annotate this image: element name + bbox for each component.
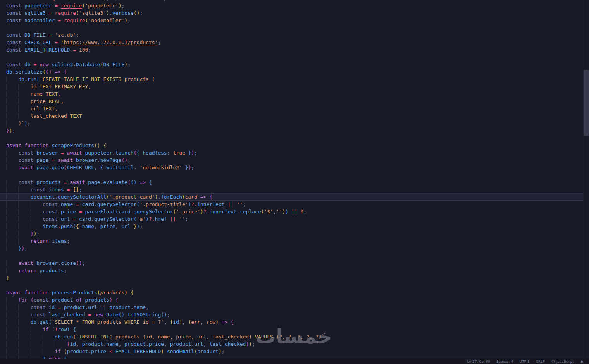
code-token [31,216,43,222]
code-token: = [55,39,58,45]
code-token: ; [12,128,16,134]
code-token [21,39,24,45]
code-token: items [52,238,67,244]
code-token: , [94,165,97,170]
code-token [6,216,18,222]
code-token [82,209,85,215]
code-token: = [88,312,91,318]
code-token [6,297,18,303]
code-token [79,341,82,347]
code-token: } [185,165,188,170]
code-token: url [88,304,97,310]
code-token: } [134,223,137,229]
code-token: . [55,194,58,200]
code-token: sendEmail [167,349,194,354]
code-token [58,39,61,45]
code-token: || [170,216,176,222]
code-token: err [191,319,200,325]
code-token [131,223,134,229]
code-token: await [70,179,85,185]
code-token [197,194,200,200]
vertical-scrollbar-thumb[interactable] [584,70,589,136]
code-token: sqlite3 [52,62,73,67]
code-token [18,312,30,318]
code-line: const id = product.url || product.name; [0,304,583,311]
code-token: items [49,187,64,192]
code-token: products ( [121,76,155,82]
code-token: const [33,297,48,303]
code-token [18,319,30,325]
code-token [43,341,55,347]
code-token: require [61,3,82,9]
code-token: 100 [79,47,88,53]
status-cursor-position[interactable]: Ln 27, Col 60 [467,358,490,364]
code-token: products [85,297,110,303]
code-token [31,223,43,229]
bell-icon[interactable] [580,360,584,364]
status-language[interactable]: {} JavaScript [551,358,574,364]
status-encoding[interactable]: UTF-8 [520,358,530,364]
code-line: name TEXT, [0,90,583,98]
code-token: Database [76,62,100,67]
code-token: : [167,150,170,156]
code-token [18,216,30,222]
code-token: const [43,209,58,215]
code-token: * [73,319,82,325]
code-token: product [52,297,73,303]
code-token: ( [76,10,79,16]
code-token: processProducts [52,290,97,295]
code-token [6,341,18,347]
status-indentation[interactable]: Spaces: 4 [496,358,513,364]
code-token [6,91,18,97]
code-token: products (id, name, price, url, last_che… [112,334,255,340]
code-token: () [131,179,137,185]
code-token: = [76,201,79,207]
code-token [6,268,18,273]
code-token: ; [191,165,195,170]
code-line: const name = card.querySelector('.produc… [0,201,583,208]
code-token: const [6,32,21,38]
code-token: '' [179,216,185,222]
code-token: = [40,0,43,1]
vertical-scrollbar[interactable] [583,0,589,359]
code-line: }); [0,127,583,134]
code-token [64,187,67,192]
code-token: ( [188,319,191,325]
code-token [6,209,18,215]
code-token: '$' [264,209,273,215]
code-token: ?. [191,201,197,207]
code-token: ; [106,0,109,1]
code-token: WHERE [124,319,140,325]
code-token: } [6,275,9,281]
code-token: items [43,223,58,229]
code-token [6,165,18,170]
code-token: card [82,201,94,207]
code-token: { [73,326,76,332]
code-token [76,47,79,53]
code-token: = [79,209,82,215]
code-line: id TEXT PRIMARY KEY, [0,83,583,90]
code-token: require [55,10,76,16]
code-token [6,349,18,354]
code-token: db [18,76,24,82]
code-token: product [197,349,219,354]
code-token: name [106,341,118,347]
code-token: ) [124,62,127,67]
code-line: for (const product of products) { [0,296,583,304]
code-token: || [291,209,298,215]
code-token: new [40,62,48,67]
code-line: const url = card.querySelector('a')?.hre… [0,215,583,223]
code-token [97,223,100,229]
status-eol[interactable]: CRLF [536,358,545,364]
code-token: const [31,187,46,192]
code-token: ; [79,187,82,192]
code-line: const EMAIL_THRESHOLD = 100; [0,46,583,53]
code-token: 'node-cron' [70,0,103,1]
code-token: browser [76,157,97,163]
code-token: innerText [197,201,224,207]
code-token [18,113,30,119]
watermark: خمسات [256,333,332,340]
code-token: . [91,216,94,222]
code-token: puppeteer [85,150,112,156]
code-token: const [6,17,21,23]
